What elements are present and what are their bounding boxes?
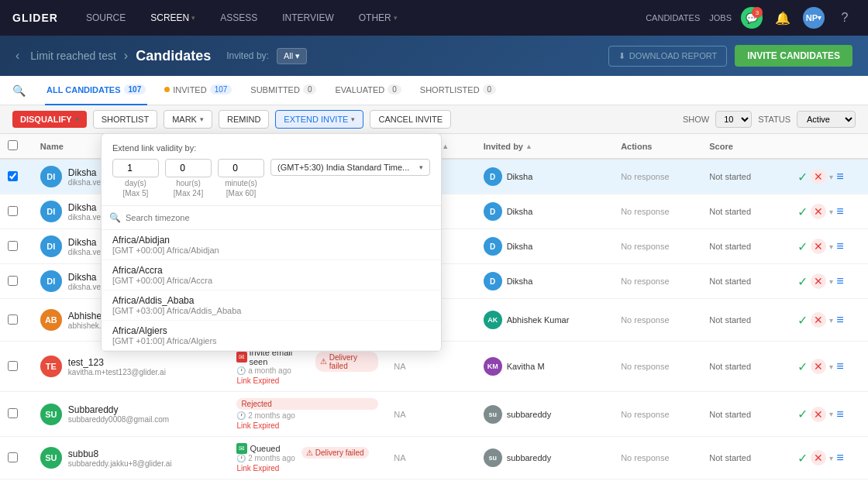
reject-icon[interactable]: ✕	[811, 407, 826, 422]
disqualify-button[interactable]: DISQUALIFY ▾	[12, 111, 87, 128]
extend-popup-title: Extend link validity by:	[112, 143, 430, 153]
remind-button[interactable]: REMIND	[219, 110, 269, 129]
hours-max: [Max 24]	[165, 189, 212, 198]
days-input[interactable]	[112, 159, 159, 177]
timezone-search-input[interactable]	[126, 213, 433, 222]
row-checkbox[interactable]	[8, 314, 18, 325]
row-checkbox[interactable]	[8, 241, 18, 251]
row-checkbox[interactable]	[8, 171, 18, 181]
invited-by-avatar: AK	[484, 311, 502, 329]
approve-icon[interactable]: ✓	[797, 407, 808, 421]
show-select[interactable]: 10 25 50	[715, 111, 752, 128]
back-button[interactable]: ‹	[16, 49, 19, 63]
chat-icon[interactable]: 💬 3	[741, 7, 763, 29]
row-checkbox[interactable]	[8, 361, 18, 371]
row-checkbox[interactable]	[8, 408, 18, 418]
header-actions: ⬇ DOWNLOAD REPORT INVITE CANDIDATES	[608, 45, 852, 67]
approve-icon[interactable]: ✓	[797, 239, 808, 254]
reject-icon[interactable]: ✕	[811, 312, 826, 328]
approve-icon[interactable]: ✓	[797, 170, 808, 184]
invite-time: 🕐 a month ago	[236, 366, 308, 375]
tab-submitted[interactable]: SUBMITTED 0	[249, 76, 318, 105]
tz-option-algiers[interactable]: Africa/Algiers [GMT +01:00] Africa/Algie…	[102, 321, 441, 351]
more-actions-icon[interactable]: ≡	[836, 407, 843, 421]
reject-icon[interactable]: ✕	[811, 204, 826, 219]
nav-jobs[interactable]: JOBS	[709, 13, 732, 22]
tab-shortlisted[interactable]: SHORTLISTED 0	[418, 76, 498, 105]
tab-all-candidates[interactable]: ALL CANDIDATES 107	[45, 76, 147, 105]
more-actions-icon[interactable]: ≡	[836, 170, 843, 184]
cancel-invite-button[interactable]: CANCEL INVITE	[370, 110, 451, 129]
score-cell: Not started	[701, 229, 790, 264]
minutes-input[interactable]	[218, 159, 264, 177]
extend-invite-button[interactable]: EXTEND INVITE ▾	[275, 110, 363, 129]
nav-other[interactable]: OTHER ▾	[354, 12, 402, 23]
invited-by-name: Diksha	[507, 242, 533, 251]
approve-icon[interactable]: ✓	[797, 313, 808, 328]
invite-candidates-button[interactable]: INVITE CANDIDATES	[735, 45, 852, 67]
more-actions-icon[interactable]: ≡	[836, 313, 843, 327]
tab-invited[interactable]: INVITED 107	[163, 76, 233, 105]
reject-icon[interactable]: ✕	[811, 273, 826, 289]
tab-evaluated[interactable]: EVALUATED 0	[333, 76, 402, 105]
tz-option-addis-ababa[interactable]: Africa/Addis_Ababa [GMT +03:00] Africa/A…	[102, 290, 441, 321]
extend-link-popup: Extend link validity by: day(s) [Max 5] …	[101, 133, 442, 352]
row-checkbox[interactable]	[8, 276, 18, 286]
reject-icon[interactable]: ✕	[811, 239, 826, 254]
dropdown-arrow[interactable]: ▾	[829, 363, 833, 371]
invited-by-select[interactable]: All ▾	[277, 48, 307, 64]
dropdown-arrow[interactable]: ▾	[829, 454, 833, 462]
nav-interview[interactable]: INTERVIEW	[277, 12, 338, 23]
row-actions: ✓ ✕ ▾ ≡	[797, 204, 860, 219]
score-cell: Not started	[701, 194, 790, 229]
more-actions-icon[interactable]: ≡	[836, 274, 843, 288]
reject-icon[interactable]: ✕	[811, 450, 826, 466]
dropdown-arrow[interactable]: ▾	[829, 410, 833, 418]
invited-by-cell: D Diksha	[484, 272, 606, 290]
help-icon[interactable]: ?	[834, 7, 856, 29]
invited-by-avatar: D	[484, 237, 502, 256]
approve-icon[interactable]: ✓	[797, 359, 808, 374]
download-report-button[interactable]: ⬇ DOWNLOAD REPORT	[608, 46, 727, 67]
invited-by-name: Diksha	[507, 277, 533, 286]
nav-screen[interactable]: SCREEN ▾	[146, 12, 200, 23]
more-actions-icon[interactable]: ≡	[836, 451, 843, 465]
approve-icon[interactable]: ✓	[797, 204, 808, 219]
notification-icon[interactable]: 🔔	[772, 7, 794, 29]
tz-option-abidjan[interactable]: Africa/Abidjan [GMT +00:00] Africa/Abidj…	[102, 230, 441, 260]
nav-source[interactable]: SOURCE	[81, 12, 130, 23]
approve-icon[interactable]: ✓	[797, 451, 808, 466]
nav-candidates[interactable]: CANDIDATES	[646, 13, 700, 22]
shortlist-button[interactable]: SHORTLIST	[93, 110, 158, 129]
more-actions-icon[interactable]: ≡	[836, 239, 843, 253]
mark-button[interactable]: MARK ▾	[164, 110, 212, 129]
row-checkbox[interactable]	[8, 206, 18, 216]
dropdown-arrow[interactable]: ▾	[829, 208, 833, 216]
more-actions-icon[interactable]: ≡	[836, 359, 843, 373]
status-select[interactable]: Active Inactive	[797, 111, 856, 128]
dropdown-arrow[interactable]: ▾	[829, 173, 833, 181]
dropdown-arrow[interactable]: ▾	[829, 316, 833, 325]
dropdown-arrow[interactable]: ▾	[829, 277, 833, 286]
candidate-cell: SU Subbareddy subbareddy0008@gmail.com	[40, 404, 222, 425]
timezone-select[interactable]: (GMT+5:30) India Standard Time... ▾	[270, 159, 430, 176]
col-invited-by-header[interactable]: Invited by ▲	[476, 134, 614, 159]
row-checkbox[interactable]	[8, 452, 18, 462]
approve-icon[interactable]: ✓	[797, 274, 808, 289]
reject-icon[interactable]: ✕	[811, 359, 826, 374]
dropdown-arrow[interactable]: ▾	[829, 242, 833, 251]
invited-by-cell: D Diksha	[484, 202, 606, 221]
more-actions-icon[interactable]: ≡	[836, 204, 843, 218]
nav-assess[interactable]: ASSESS	[215, 12, 262, 23]
search-icon[interactable]: 🔍	[12, 84, 26, 97]
delivery-failed-tag: ⚠ Delivery failed	[301, 447, 369, 459]
candidate-email: subbareddy.jakku+8@glider.ai	[68, 459, 172, 468]
candidate-cell: TE test_123 kavitha.m+test123@glider.ai	[40, 356, 222, 377]
select-all-checkbox[interactable]	[8, 140, 18, 150]
reject-icon[interactable]: ✕	[811, 169, 826, 184]
time-spent-cell: NA	[386, 437, 475, 479]
user-avatar[interactable]: NP ▾	[803, 7, 825, 29]
tz-option-accra[interactable]: Africa/Accra [GMT +00:00] Africa/Accra	[102, 260, 441, 290]
rejected-tag: Rejected	[236, 398, 378, 410]
hours-input[interactable]	[165, 159, 212, 177]
